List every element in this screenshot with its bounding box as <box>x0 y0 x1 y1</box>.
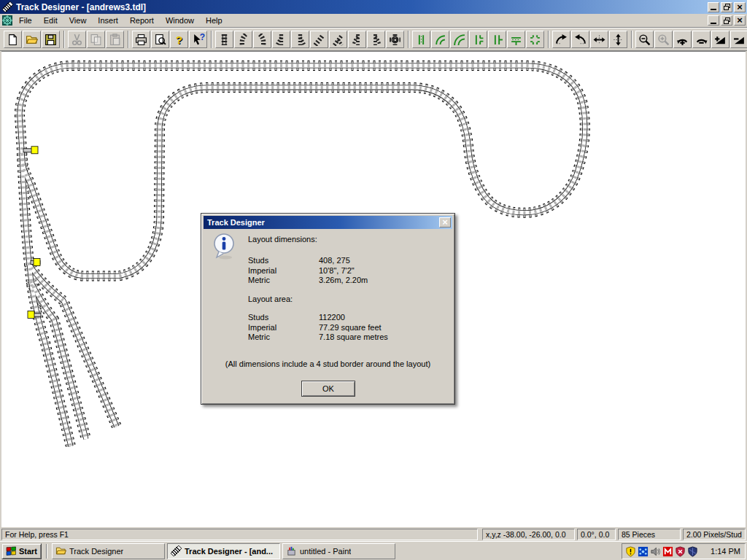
road-straight-button[interactable] <box>412 31 430 48</box>
curve-track-left-icon <box>237 34 249 46</box>
network-icon[interactable] <box>638 546 649 557</box>
taskbar-clock[interactable]: 1:14 PM <box>711 547 740 556</box>
dialog-note: (All dimensions include a 4 stud border … <box>201 359 454 368</box>
security-warning-icon[interactable] <box>625 546 636 557</box>
copy-icon <box>90 34 102 46</box>
zoom-in-button[interactable] <box>654 31 673 48</box>
open-button[interactable] <box>23 31 41 48</box>
dialog-close-button[interactable] <box>439 217 451 228</box>
road-curve-icon <box>434 34 446 46</box>
print-button[interactable] <box>132 31 150 48</box>
volume-icon[interactable] <box>650 546 661 557</box>
increase-grade-button[interactable] <box>711 31 729 48</box>
window-title: Track Designer - [andrews3.tdl] <box>16 2 706 12</box>
menu-insert[interactable]: Insert <box>92 15 124 26</box>
new-button[interactable] <box>4 31 22 48</box>
level-crossing-button[interactable] <box>386 31 404 48</box>
road-junction-dots-icon <box>529 34 541 46</box>
status-help-text: For Help, press F1 <box>1 529 478 540</box>
row-value: 112200 <box>319 313 345 322</box>
point-right-button[interactable] <box>291 31 309 48</box>
road-t-junction-button[interactable] <box>469 31 487 48</box>
area-metric-row: Metric7.18 square metres <box>248 332 388 341</box>
mdi-minimize-button[interactable] <box>708 15 719 26</box>
decrease-curve-button[interactable] <box>692 31 711 48</box>
curve-track-right-button[interactable] <box>253 31 271 48</box>
zoom-out-button[interactable] <box>635 31 654 48</box>
virus-alert-icon[interactable] <box>675 546 686 557</box>
flip-horizontal-icon <box>593 34 605 46</box>
mcafee-icon[interactable] <box>662 546 673 557</box>
menu-report[interactable]: Report <box>124 15 160 26</box>
taskbar-button-track-designer-doc[interactable]: Track Designer - [and... <box>167 543 280 559</box>
rotate-cw-button[interactable] <box>552 31 570 48</box>
start-button[interactable]: Start <box>1 543 42 559</box>
close-button[interactable] <box>734 2 746 12</box>
area-heading: Layout area: <box>248 295 293 303</box>
save-button[interactable] <box>42 31 60 48</box>
road-crossing-button[interactable] <box>507 31 525 48</box>
system-tray: 1:14 PM <box>622 543 746 559</box>
transform-toolbar <box>545 31 747 48</box>
help-button[interactable] <box>170 31 188 48</box>
straight-track-button[interactable] <box>215 31 233 48</box>
print-icon <box>135 34 147 46</box>
curved-point-left-button[interactable] <box>348 31 366 48</box>
zoom-out-icon <box>638 34 651 46</box>
decrease-grade-button[interactable] <box>730 31 747 48</box>
context-help-button[interactable] <box>189 31 207 48</box>
point-left-button[interactable] <box>272 31 290 48</box>
flip-vertical-button[interactable] <box>609 31 627 48</box>
increase-curve-button[interactable] <box>673 31 692 48</box>
status-zoom-scale: 2.00 Pixels/Stud <box>683 529 746 540</box>
row-label: Imperial <box>248 323 319 332</box>
paste-button[interactable] <box>106 31 124 48</box>
windows-logo-icon <box>6 546 17 556</box>
taskbar-button-paint[interactable]: untitled - Paint <box>282 543 395 559</box>
menu-view[interactable]: View <box>63 15 93 26</box>
curve-track-left-button[interactable] <box>234 31 252 48</box>
road-curve-button[interactable] <box>431 31 449 48</box>
restore-button[interactable] <box>721 2 732 12</box>
point-left-icon <box>275 34 287 46</box>
copy-button[interactable] <box>87 31 105 48</box>
menu-window[interactable]: Window <box>160 15 200 26</box>
road-side-junction-button[interactable] <box>488 31 506 48</box>
curved-point-left-icon <box>351 34 363 46</box>
mdi-close-button[interactable] <box>734 15 746 26</box>
menu-edit[interactable]: Edit <box>38 15 63 26</box>
ok-button[interactable]: OK <box>301 381 355 397</box>
diagonal-track-button[interactable] <box>310 31 328 48</box>
track-pieces-toolbar <box>215 31 405 48</box>
cut-button[interactable] <box>68 31 86 48</box>
flip-vertical-icon <box>612 34 624 46</box>
rotate-cw-icon <box>555 34 568 46</box>
road-large-curve-button[interactable] <box>450 31 468 48</box>
minimize-button[interactable] <box>708 2 719 12</box>
taskbar-button-track-designer[interactable]: Track Designer <box>52 543 165 559</box>
diagonal-point-button[interactable] <box>329 31 347 48</box>
flip-horizontal-button[interactable] <box>590 31 608 48</box>
road-side-junction-icon <box>491 34 503 46</box>
standard-toolbar <box>4 31 208 48</box>
layout-canvas[interactable]: Track Designer Layout dimensions: Studs4… <box>1 51 746 527</box>
menu-help[interactable]: Help <box>200 15 228 26</box>
app-icon <box>2 1 13 12</box>
mdi-restore-button[interactable] <box>721 15 732 26</box>
road-junction-dots-button[interactable] <box>526 31 544 48</box>
road-large-curve-icon <box>453 34 465 46</box>
task-label: untitled - Paint <box>300 547 351 556</box>
cut-icon <box>71 34 83 46</box>
rotate-ccw-button[interactable] <box>571 31 589 48</box>
curved-point-right-button[interactable] <box>367 31 385 48</box>
row-label: Studs <box>248 256 319 265</box>
print-preview-button[interactable] <box>151 31 169 48</box>
task-label: Track Designer <box>69 547 123 556</box>
folder-icon <box>55 545 66 556</box>
status-angle: 0.0°, 0.0 <box>577 529 616 540</box>
help-icon <box>176 34 182 46</box>
firewall-shield-icon[interactable] <box>687 546 698 557</box>
menu-file[interactable]: File <box>13 15 38 26</box>
dialog-title-bar: Track Designer <box>204 216 452 229</box>
toolbar-row <box>0 28 747 51</box>
